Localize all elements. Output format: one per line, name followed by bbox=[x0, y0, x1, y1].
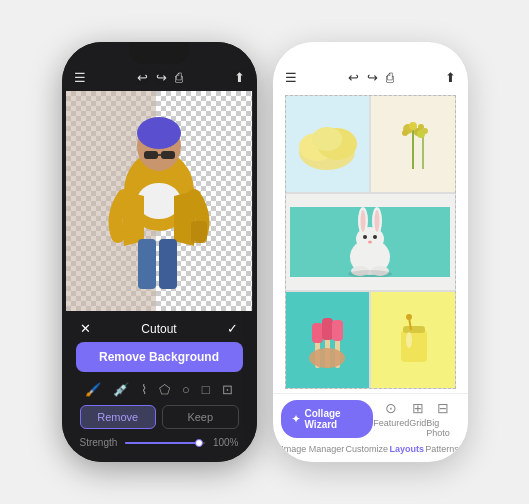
featured-label: Featured bbox=[373, 418, 409, 428]
collage-wizard-tab[interactable]: ✦ Collage Wizard bbox=[281, 400, 374, 438]
phones-container: ☰ ↩ ↪ ⎙ ⬆ bbox=[42, 22, 488, 482]
svg-rect-53 bbox=[403, 326, 425, 333]
left-notch bbox=[129, 42, 189, 64]
svg-point-54 bbox=[406, 332, 412, 348]
svg-rect-48 bbox=[322, 318, 333, 340]
svg-rect-52 bbox=[401, 330, 427, 362]
right-bottom-bar: ✦ Collage Wizard ⊙ Featured ⊞ Grid ⊟ Big… bbox=[273, 393, 468, 462]
collage-wizard-label: Collage Wizard bbox=[305, 408, 364, 430]
strength-slider[interactable] bbox=[125, 442, 205, 444]
eyedropper-tool[interactable]: 💉 bbox=[113, 382, 129, 397]
bottom-tabs-bottom: Image Manager Customize Layouts Patterns bbox=[273, 444, 468, 454]
keep-button[interactable]: Keep bbox=[162, 405, 239, 429]
grid-tab[interactable]: ⊞ Grid bbox=[409, 400, 426, 438]
print-icon[interactable]: ⎙ bbox=[175, 70, 183, 85]
collage-wizard-icon: ✦ bbox=[291, 412, 301, 426]
collage-cell-cloud bbox=[286, 96, 370, 192]
svg-rect-47 bbox=[312, 323, 323, 343]
svg-point-26 bbox=[402, 130, 408, 136]
cutout-label: Cutout bbox=[141, 322, 176, 336]
big-photo-icon: ⊟ bbox=[437, 400, 449, 416]
svg-point-55 bbox=[406, 314, 412, 320]
collage-cell-popsicle bbox=[286, 292, 370, 388]
right-toolbar-icons: ↩ ↪ ⎙ bbox=[348, 70, 394, 85]
svg-point-50 bbox=[309, 348, 345, 368]
redo-icon-right[interactable]: ↪ bbox=[367, 70, 378, 85]
right-notch bbox=[340, 42, 400, 64]
rabbit-image bbox=[290, 207, 450, 277]
grid-label: Grid bbox=[409, 418, 426, 428]
strength-row: Strength 100% bbox=[72, 433, 247, 454]
right-screen: ☰ ↩ ↪ ⎙ ⬆ bbox=[273, 42, 468, 462]
cutout-header: ✕ Cutout ✓ bbox=[72, 317, 247, 342]
svg-rect-9 bbox=[161, 151, 175, 159]
layouts-label: Layouts bbox=[389, 444, 424, 454]
image-manager-tab[interactable]: Image Manager bbox=[281, 444, 344, 454]
svg-rect-8 bbox=[144, 151, 158, 159]
menu-icon-right[interactable]: ☰ bbox=[285, 70, 297, 85]
layouts-tab[interactable]: Layouts bbox=[389, 444, 424, 454]
svg-rect-13 bbox=[159, 239, 177, 289]
share-icon-right[interactable]: ⬆ bbox=[445, 70, 456, 85]
featured-tab[interactable]: ⊙ Featured bbox=[373, 400, 409, 438]
strength-thumb[interactable] bbox=[195, 439, 203, 447]
print-icon-right[interactable]: ⎙ bbox=[386, 70, 394, 85]
collage-area bbox=[273, 91, 468, 393]
right-phone: ☰ ↩ ↪ ⎙ ⬆ bbox=[273, 42, 468, 462]
cloud-image bbox=[287, 114, 367, 174]
remove-keep-row: Remove Keep bbox=[72, 401, 247, 433]
svg-point-29 bbox=[422, 128, 428, 134]
svg-point-7 bbox=[137, 117, 181, 149]
collage-cell-stems bbox=[371, 96, 455, 192]
menu-icon[interactable]: ☰ bbox=[74, 70, 86, 85]
svg-point-37 bbox=[363, 235, 367, 239]
strength-fill bbox=[125, 442, 201, 444]
bottom-tabs-top: ✦ Collage Wizard ⊙ Featured ⊞ Grid ⊟ Big… bbox=[273, 400, 468, 444]
extra-tool[interactable]: ⊡ bbox=[222, 382, 233, 397]
remove-background-button[interactable]: Remove Background bbox=[76, 342, 243, 372]
lasso-tool[interactable]: ⌇ bbox=[141, 382, 147, 397]
circle-tool[interactable]: ○ bbox=[182, 382, 190, 397]
share-icon[interactable]: ⬆ bbox=[234, 70, 245, 85]
customize-tab[interactable]: Customize bbox=[346, 444, 389, 454]
confirm-button[interactable]: ✓ bbox=[227, 321, 238, 336]
svg-point-35 bbox=[361, 210, 366, 232]
big-photo-tab[interactable]: ⊟ Big Photo bbox=[426, 400, 459, 438]
featured-icon: ⊙ bbox=[385, 400, 397, 416]
patterns-tab[interactable]: Patterns bbox=[425, 444, 459, 454]
collage-grid[interactable] bbox=[285, 95, 456, 389]
image-manager-label: Image Manager bbox=[281, 444, 344, 454]
left-bottom-bar: ✕ Cutout ✓ Remove Background 🖌️ 💉 ⌇ ⬠ ○ … bbox=[62, 311, 257, 462]
brush-tool[interactable]: 🖌️ bbox=[85, 382, 101, 397]
strength-percentage: 100% bbox=[213, 437, 239, 448]
patterns-label: Patterns bbox=[425, 444, 459, 454]
grid-icon: ⊞ bbox=[412, 400, 424, 416]
svg-rect-14 bbox=[191, 221, 207, 243]
polygon-tool[interactable]: ⬠ bbox=[159, 382, 170, 397]
redo-icon[interactable]: ↪ bbox=[156, 70, 167, 85]
svg-point-19 bbox=[312, 127, 342, 151]
strength-label: Strength bbox=[80, 437, 118, 448]
close-button[interactable]: ✕ bbox=[80, 321, 91, 336]
svg-point-38 bbox=[373, 235, 377, 239]
jar-image bbox=[373, 308, 453, 373]
undo-icon[interactable]: ↩ bbox=[137, 70, 148, 85]
svg-rect-12 bbox=[138, 239, 156, 289]
collage-cell-jar bbox=[371, 292, 455, 388]
svg-point-39 bbox=[368, 241, 372, 244]
left-screen: ☰ ↩ ↪ ⎙ ⬆ bbox=[62, 42, 257, 462]
svg-point-36 bbox=[375, 210, 380, 232]
remove-button[interactable]: Remove bbox=[80, 405, 157, 429]
tools-row: 🖌️ 💉 ⌇ ⬠ ○ □ ⊡ bbox=[72, 378, 247, 401]
undo-icon-right[interactable]: ↩ bbox=[348, 70, 359, 85]
big-photo-label: Big Photo bbox=[426, 418, 459, 438]
stems-image bbox=[373, 114, 453, 174]
person-image bbox=[66, 91, 252, 311]
left-phone: ☰ ↩ ↪ ⎙ ⬆ bbox=[62, 42, 257, 462]
popsicle-image bbox=[287, 308, 367, 373]
svg-point-24 bbox=[409, 122, 417, 130]
square-tool[interactable]: □ bbox=[202, 382, 210, 397]
left-toolbar-icons: ↩ ↪ ⎙ bbox=[137, 70, 183, 85]
left-image-area bbox=[66, 91, 253, 311]
svg-rect-49 bbox=[332, 320, 343, 341]
